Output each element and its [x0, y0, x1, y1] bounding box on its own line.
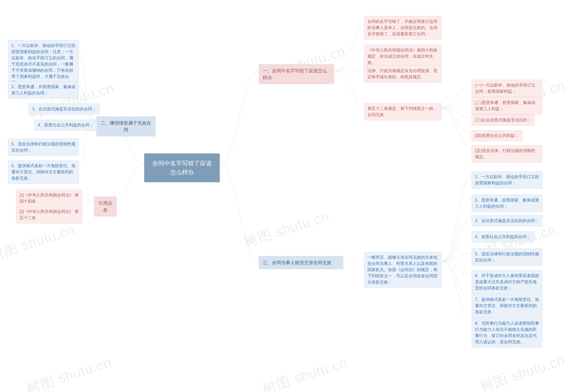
leaf-citation-2[interactable]: [2]《中华人民共和国合同法》 第五十二条 [16, 206, 82, 224]
leaf-b1-1[interactable]: 合同的名字写错了，不能证明签订合同的当事人是本人，合同是无效的。合同名字签错了，… [364, 16, 442, 40]
leaf-b2-6[interactable]: 6、提供格式条款一方免除责任、加重对方责任、排除对方主要权利的条款无效。 [8, 160, 79, 184]
watermark: 树图 shutu.cn [260, 353, 350, 392]
leaf-b1-4[interactable]: 第五十二条规定，有下列情形之一的，合同无效： [364, 103, 442, 120]
watermark: 树图 shutu.cn [24, 353, 114, 392]
leaf-b2-5[interactable]: 5、违反法律和行政法规的强制性规定的合同； [8, 138, 79, 156]
leaf-citation-1[interactable]: [1]《中华人民共和国合同法》 第四十四条 [16, 190, 82, 207]
leaf-b3-1-7[interactable]: 7、提供格式条款一方免除责任、加重对方责任、排除对方主要权利的条款无效； [472, 294, 543, 318]
watermark: 树图 shutu.cn [242, 206, 332, 252]
leaf-b3-1-3[interactable]: 3、合法形式掩盖非法目的的合同； [472, 215, 543, 226]
leaf-b1-3[interactable]: 法律、行政法规规定应当办理批准、登记等手续生效的，依照其规定。 [364, 65, 442, 83]
leaf-b1-4-2[interactable]: (二)恶意串通，损害国家、集体或者第三人利益； [472, 97, 543, 114]
leaf-b3-1[interactable]: 一般而言，能够主张合同无效的主体包括合同当事人、利害关系人以及有权的国家机关。依… [364, 252, 442, 288]
leaf-b1-4-5[interactable]: (五)违反法律、行政法规的强制性规定。 [472, 145, 543, 162]
watermark: 树图 shutu.cn [478, 351, 568, 392]
branch-section-1[interactable]: 一、合同中名字写错了应该怎么样办 [259, 64, 334, 84]
root-node[interactable]: 合同中名字写错了应该怎么样办 [144, 154, 220, 182]
leaf-b1-4-3[interactable]: (三)以合法形式掩盖非法目的； [472, 114, 535, 126]
leaf-b2-2[interactable]: 2、恶意串通，并损害国家、集体或第三人利益的合同； [8, 81, 79, 99]
leaf-b3-1-5[interactable]: 5、违反法律和行政法规的强制性规定的合同； [472, 248, 543, 266]
leaf-b3-1-1[interactable]: 1、一方以欺诈、胁迫的手段订立的损害国家利益的合同； [472, 171, 543, 189]
leaf-b2-4[interactable]: 4、损害社会公共利益的合同； [34, 120, 97, 131]
leaf-b1-4-1[interactable]: (一)一方以欺诈、胁迫的手段订立合同，损害国家利益； [472, 80, 543, 97]
leaf-b3-1-4[interactable]: 4、损害社会公共利益的合同； [472, 231, 534, 242]
leaf-b3-1-6[interactable]: 6、对于造成对方人身伤害或者因故意或重大过失造成对方财产损失免责的合同条款无效； [472, 270, 543, 294]
branch-citations[interactable]: 引用法条 [94, 196, 117, 216]
branch-section-3[interactable]: 三、合同当事人能否主张合同无效 [259, 256, 343, 269]
leaf-b3-1-2[interactable]: 2、恶意串通，损害国家、集体或第三人利益的合同； [472, 195, 543, 212]
leaf-b2-3[interactable]: 3、合法形式掩盖非法目的的合同； [29, 104, 99, 115]
branch-section-2[interactable]: 二、哪些情形属于无效合同 [96, 116, 156, 136]
leaf-b1-4-4[interactable]: (四)损害社会公共利益； [472, 130, 522, 141]
leaf-b3-1-8[interactable]: 8、无民事行为能力人或者限制民事行为能力人依法不能独立实施的民事行为，签订的合同… [472, 318, 543, 348]
watermark: 树图 shutu.cn [0, 220, 78, 265]
leaf-b1-2[interactable]: 《中华人民共和国合同法》第四十四条规定，依法成立的合同，自成立时生效。 [364, 45, 442, 68]
